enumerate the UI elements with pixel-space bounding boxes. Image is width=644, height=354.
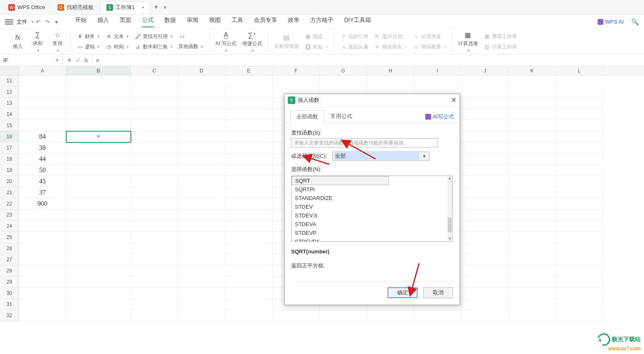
quick-fx-button[interactable]: ∑⁺便捷公式 (242, 31, 262, 53)
app-tab-wps[interactable]: W WPS Office (2, 1, 51, 14)
cell-K21[interactable] (509, 187, 556, 198)
select-all-corner[interactable] (0, 66, 19, 75)
function-listbox[interactable]: SQRT SQRTPI STANDARDIZE STDEV STDEV.S ST… (291, 176, 453, 242)
col-I[interactable]: I (414, 66, 461, 75)
common-fx-button[interactable]: ☆常用 (51, 31, 65, 53)
cell-K32[interactable] (509, 310, 556, 321)
row-header[interactable]: 31 (0, 299, 19, 310)
cell-L12[interactable] (556, 87, 603, 98)
cell-D18[interactable] (178, 154, 225, 165)
cell-A30[interactable] (19, 288, 66, 299)
row-header[interactable]: 25 (0, 232, 19, 243)
row-header[interactable]: 24 (0, 221, 19, 232)
tab-overflow-icon[interactable]: ▾ (164, 4, 166, 10)
cell-D21[interactable] (178, 187, 225, 198)
cell-A28[interactable] (19, 265, 66, 277)
ok-button[interactable]: 确定 (388, 287, 417, 298)
cell-G11[interactable] (320, 75, 367, 87)
cancel-formula-icon[interactable]: ✕ (67, 57, 72, 63)
cell-K27[interactable] (509, 254, 556, 265)
col-E[interactable]: E (225, 66, 273, 75)
cell-G32[interactable] (320, 310, 367, 321)
cell-J20[interactable] (461, 176, 509, 187)
row-header[interactable]: 23 (0, 210, 19, 221)
menu-tools[interactable]: 工具 (232, 17, 243, 27)
cell-B26[interactable] (66, 243, 131, 254)
cell-C19[interactable] (131, 165, 178, 176)
cell-L15[interactable] (556, 120, 603, 131)
cell-J18[interactable] (461, 154, 509, 165)
name-box[interactable]: IF ▼ (0, 55, 63, 66)
cell-K22[interactable] (509, 198, 556, 210)
cell-A25[interactable] (19, 232, 66, 243)
list-item[interactable]: STDEVP (292, 229, 447, 237)
chevron-down-icon[interactable]: ▼ (55, 58, 59, 63)
col-G[interactable]: G (320, 66, 367, 75)
cell-D26[interactable] (178, 243, 225, 254)
formula-input[interactable]: = (93, 57, 644, 63)
row-header[interactable]: 20 (0, 176, 19, 187)
cell-D20[interactable] (178, 176, 225, 187)
cell-J17[interactable] (461, 142, 509, 154)
redo-button[interactable]: ↷ (43, 17, 52, 26)
cell-C29[interactable] (131, 277, 178, 288)
cell-C28[interactable] (131, 265, 178, 277)
new-tab-button[interactable]: + (151, 3, 161, 12)
cell-E21[interactable] (225, 187, 273, 198)
row-header[interactable]: 14 (0, 109, 19, 120)
row-header[interactable]: 27 (0, 254, 19, 265)
cell-C27[interactable] (131, 254, 178, 265)
cell-B24[interactable] (66, 221, 131, 232)
row-header[interactable]: 30 (0, 288, 19, 299)
cell-J13[interactable] (461, 98, 509, 109)
cell-B19[interactable] (66, 165, 131, 176)
cell-D16[interactable] (178, 131, 225, 142)
cell-C23[interactable] (131, 210, 178, 221)
math-button[interactable]: ⊿数学和三角 (135, 43, 173, 51)
cell-E32[interactable] (225, 310, 273, 321)
col-B[interactable]: B (66, 66, 131, 75)
cell-B23[interactable] (66, 210, 131, 221)
menu-start[interactable]: 开始 (75, 17, 87, 27)
text-button[interactable]: A文本 (106, 33, 129, 40)
cell-E18[interactable] (225, 154, 273, 165)
dialog-titlebar[interactable]: S 插入函数 ✕ (285, 94, 460, 106)
cell-A29[interactable] (19, 277, 66, 288)
cell-A18[interactable]: 44 (19, 154, 66, 165)
cell-L25[interactable] (556, 232, 603, 243)
cell-K24[interactable] (509, 221, 556, 232)
cell-L21[interactable] (556, 187, 603, 198)
cell-E31[interactable] (225, 299, 273, 310)
cell-L17[interactable] (556, 142, 603, 154)
cell-A27[interactable] (19, 254, 66, 265)
cell-J30[interactable] (461, 288, 509, 299)
cell-B16[interactable]: = (66, 131, 131, 142)
cell-J32[interactable] (461, 310, 509, 321)
cell-E11[interactable] (225, 75, 273, 87)
ai-write-button[interactable]: A̲AI 写公式 (215, 31, 236, 53)
cell-A24[interactable] (19, 221, 66, 232)
cell-A14[interactable] (19, 109, 66, 120)
cell-D29[interactable] (178, 277, 225, 288)
logic-button[interactable]: ▭逻辑 (77, 43, 100, 51)
cell-C15[interactable] (131, 120, 178, 131)
cell-B32[interactable] (66, 310, 131, 321)
cell-J19[interactable] (461, 165, 509, 176)
cell-B12[interactable] (66, 87, 131, 98)
row-header[interactable]: 21 (0, 187, 19, 198)
cell-C13[interactable] (131, 98, 178, 109)
cell-D22[interactable] (178, 198, 225, 210)
cell-K20[interactable] (509, 176, 556, 187)
cell-D14[interactable] (178, 109, 225, 120)
col-K[interactable]: K (509, 66, 556, 75)
col-A[interactable]: A (19, 66, 66, 75)
cell-L22[interactable] (556, 198, 603, 210)
menu-review[interactable]: 审阅 (187, 17, 198, 27)
cell-C21[interactable] (131, 187, 178, 198)
cell-J15[interactable] (461, 120, 509, 131)
cell-D23[interactable] (178, 210, 225, 221)
cell-L16[interactable] (556, 131, 603, 142)
cell-E29[interactable] (225, 277, 273, 288)
cell-K23[interactable] (509, 210, 556, 221)
cell-A31[interactable] (19, 299, 66, 310)
